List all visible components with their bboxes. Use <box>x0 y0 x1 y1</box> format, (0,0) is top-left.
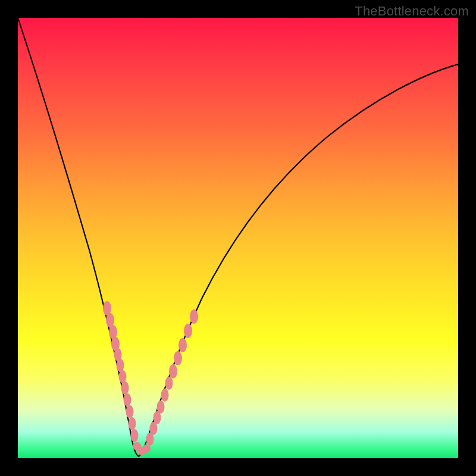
bottleneck-curve <box>18 18 458 456</box>
svg-point-11 <box>131 429 139 442</box>
svg-point-8 <box>124 393 131 406</box>
svg-point-7 <box>121 381 129 394</box>
plot-area <box>18 18 458 458</box>
chart-frame: TheBottleneck.com <box>0 0 476 476</box>
svg-point-23 <box>178 338 187 352</box>
svg-point-9 <box>126 405 134 418</box>
svg-point-10 <box>129 417 136 430</box>
marker-beads <box>103 301 198 455</box>
svg-point-18 <box>157 400 165 414</box>
curve-layer <box>18 18 458 458</box>
svg-point-25 <box>190 309 198 324</box>
svg-point-24 <box>184 324 192 338</box>
svg-point-20 <box>165 377 173 390</box>
svg-point-21 <box>169 364 177 378</box>
watermark-text: TheBottleneck.com <box>355 4 469 19</box>
svg-point-6 <box>119 370 127 383</box>
svg-point-22 <box>174 351 182 365</box>
svg-point-5 <box>117 359 124 372</box>
svg-point-19 <box>161 389 169 402</box>
svg-point-14 <box>142 444 151 453</box>
